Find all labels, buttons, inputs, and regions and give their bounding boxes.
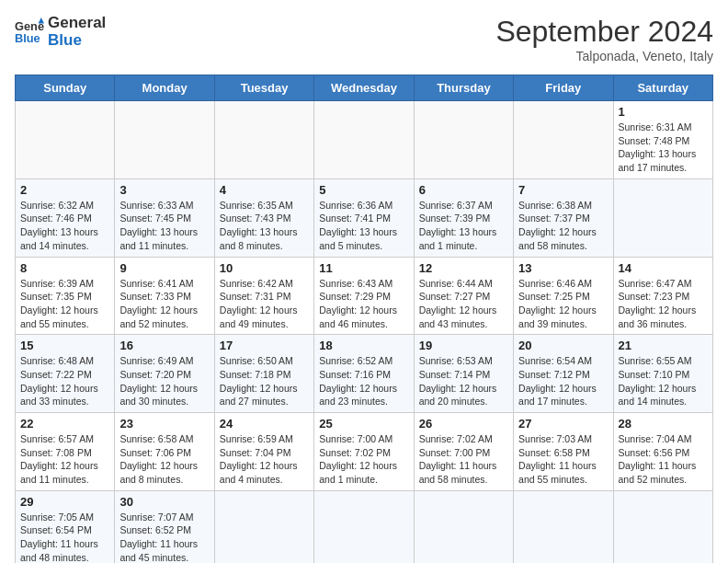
day-info: Sunrise: 6:55 AMSunset: 7:10 PMDaylight:… bbox=[619, 354, 708, 408]
day-number: 26 bbox=[419, 417, 508, 431]
day-number: 16 bbox=[119, 339, 209, 352]
day-number: 22 bbox=[20, 417, 109, 431]
day-info: Sunrise: 6:54 AMSunset: 7:12 PMDaylight:… bbox=[518, 354, 608, 408]
day-number: 17 bbox=[220, 339, 309, 352]
day-number: 28 bbox=[619, 417, 708, 431]
day-number: 21 bbox=[619, 339, 708, 352]
calendar-cell: 20Sunrise: 6:54 AMSunset: 7:12 PMDayligh… bbox=[514, 335, 613, 413]
col-tuesday: Tuesday bbox=[214, 75, 313, 101]
calendar-cell: 5Sunrise: 6:36 AMSunset: 7:41 PMDaylight… bbox=[314, 178, 414, 257]
day-info: Sunrise: 6:50 AMSunset: 7:18 PMDaylight:… bbox=[220, 354, 309, 408]
calendar-cell: 23Sunrise: 6:58 AMSunset: 7:06 PMDayligh… bbox=[115, 413, 214, 491]
day-info: Sunrise: 7:02 AMSunset: 7:00 PMDaylight:… bbox=[419, 432, 508, 487]
calendar-cell: 1Sunrise: 6:31 AMSunset: 7:48 PMDaylight… bbox=[613, 101, 712, 179]
day-number: 1 bbox=[619, 105, 708, 119]
calendar-cell: 28Sunrise: 7:04 AMSunset: 6:56 PMDayligh… bbox=[613, 413, 712, 491]
calendar-cell: 30Sunrise: 7:07 AMSunset: 6:52 PMDayligh… bbox=[115, 490, 214, 563]
logo-line1: General bbox=[48, 15, 106, 32]
day-number: 13 bbox=[518, 261, 608, 275]
calendar-cell bbox=[613, 178, 712, 257]
day-info: Sunrise: 6:49 AMSunset: 7:20 PMDaylight:… bbox=[119, 354, 209, 408]
day-info: Sunrise: 6:38 AMSunset: 7:37 PMDaylight:… bbox=[518, 199, 608, 253]
day-number: 3 bbox=[119, 183, 209, 197]
calendar-cell: 15Sunrise: 6:48 AMSunset: 7:22 PMDayligh… bbox=[16, 335, 115, 413]
calendar-cell: 6Sunrise: 6:37 AMSunset: 7:39 PMDaylight… bbox=[414, 178, 513, 257]
day-info: Sunrise: 6:44 AMSunset: 7:27 PMDaylight:… bbox=[419, 277, 508, 331]
day-number: 24 bbox=[220, 417, 309, 431]
calendar-cell bbox=[314, 490, 414, 563]
day-number: 6 bbox=[419, 183, 508, 197]
day-info: Sunrise: 6:53 AMSunset: 7:14 PMDaylight:… bbox=[419, 354, 508, 408]
calendar-cell: 24Sunrise: 6:59 AMSunset: 7:04 PMDayligh… bbox=[214, 413, 313, 491]
day-info: Sunrise: 6:48 AMSunset: 7:22 PMDaylight:… bbox=[20, 354, 109, 408]
svg-text:Blue: Blue bbox=[15, 31, 40, 45]
day-number: 4 bbox=[220, 183, 309, 197]
calendar-cell: 29Sunrise: 7:05 AMSunset: 6:54 PMDayligh… bbox=[16, 490, 115, 563]
day-info: Sunrise: 6:58 AMSunset: 7:06 PMDaylight:… bbox=[119, 432, 209, 487]
calendar-cell: 16Sunrise: 6:49 AMSunset: 7:20 PMDayligh… bbox=[115, 335, 214, 413]
calendar-cell: 18Sunrise: 6:52 AMSunset: 7:16 PMDayligh… bbox=[314, 335, 414, 413]
day-number: 9 bbox=[119, 261, 209, 275]
day-number: 18 bbox=[319, 339, 408, 352]
calendar-cell: 19Sunrise: 6:53 AMSunset: 7:14 PMDayligh… bbox=[414, 335, 513, 413]
calendar-cell bbox=[314, 101, 414, 179]
calendar-cell: 12Sunrise: 6:44 AMSunset: 7:27 PMDayligh… bbox=[414, 257, 513, 335]
title-block: September 2024 Talponada, Veneto, Italy bbox=[495, 15, 713, 63]
day-number: 14 bbox=[619, 261, 708, 275]
calendar-cell: 26Sunrise: 7:02 AMSunset: 7:00 PMDayligh… bbox=[414, 413, 513, 491]
day-info: Sunrise: 7:03 AMSunset: 6:58 PMDaylight:… bbox=[518, 432, 608, 487]
calendar-cell bbox=[214, 490, 313, 563]
calendar-cell: 22Sunrise: 6:57 AMSunset: 7:08 PMDayligh… bbox=[16, 413, 115, 491]
day-info: Sunrise: 6:43 AMSunset: 7:29 PMDaylight:… bbox=[319, 277, 408, 331]
day-number: 25 bbox=[319, 417, 408, 431]
day-number: 20 bbox=[518, 339, 608, 352]
calendar-cell: 3Sunrise: 6:33 AMSunset: 7:45 PMDaylight… bbox=[115, 178, 214, 257]
day-info: Sunrise: 6:59 AMSunset: 7:04 PMDaylight:… bbox=[220, 432, 309, 487]
calendar-cell bbox=[214, 101, 313, 179]
calendar-cell bbox=[414, 490, 513, 563]
calendar-cell: 8Sunrise: 6:39 AMSunset: 7:35 PMDaylight… bbox=[16, 257, 115, 335]
day-number: 15 bbox=[20, 339, 109, 352]
day-number: 30 bbox=[119, 495, 209, 509]
day-info: Sunrise: 6:41 AMSunset: 7:33 PMDaylight:… bbox=[119, 277, 209, 331]
logo-icon: General Blue bbox=[15, 17, 44, 47]
day-number: 19 bbox=[419, 339, 508, 352]
day-info: Sunrise: 6:31 AMSunset: 7:48 PMDaylight:… bbox=[619, 121, 708, 175]
col-wednesday: Wednesday bbox=[314, 75, 414, 101]
calendar-cell bbox=[613, 490, 712, 563]
calendar-table: Sunday Monday Tuesday Wednesday Thursday… bbox=[15, 75, 713, 563]
location-subtitle: Talponada, Veneto, Italy bbox=[495, 49, 713, 63]
calendar-cell: 13Sunrise: 6:46 AMSunset: 7:25 PMDayligh… bbox=[514, 257, 613, 335]
month-title: September 2024 bbox=[495, 15, 713, 49]
day-number: 2 bbox=[20, 183, 109, 197]
day-number: 11 bbox=[319, 261, 408, 275]
calendar-cell: 14Sunrise: 6:47 AMSunset: 7:23 PMDayligh… bbox=[613, 257, 712, 335]
col-saturday: Saturday bbox=[613, 75, 712, 101]
day-info: Sunrise: 7:04 AMSunset: 6:56 PMDaylight:… bbox=[619, 432, 708, 487]
calendar-cell: 11Sunrise: 6:43 AMSunset: 7:29 PMDayligh… bbox=[314, 257, 414, 335]
calendar-cell: 10Sunrise: 6:42 AMSunset: 7:31 PMDayligh… bbox=[214, 257, 313, 335]
col-monday: Monday bbox=[115, 75, 214, 101]
calendar-cell: 2Sunrise: 6:32 AMSunset: 7:46 PMDaylight… bbox=[16, 178, 115, 257]
col-sunday: Sunday bbox=[16, 75, 115, 101]
day-info: Sunrise: 7:05 AMSunset: 6:54 PMDaylight:… bbox=[20, 511, 109, 563]
calendar-cell: 4Sunrise: 6:35 AMSunset: 7:43 PMDaylight… bbox=[214, 178, 313, 257]
header-row: Sunday Monday Tuesday Wednesday Thursday… bbox=[16, 75, 713, 101]
calendar-cell: 7Sunrise: 6:38 AMSunset: 7:37 PMDaylight… bbox=[514, 178, 613, 257]
day-number: 29 bbox=[20, 495, 109, 509]
calendar-cell bbox=[414, 101, 513, 179]
col-thursday: Thursday bbox=[414, 75, 513, 101]
col-friday: Friday bbox=[514, 75, 613, 101]
day-number: 23 bbox=[119, 417, 209, 431]
calendar-cell bbox=[514, 490, 613, 563]
calendar-cell: 25Sunrise: 7:00 AMSunset: 7:02 PMDayligh… bbox=[314, 413, 414, 491]
day-info: Sunrise: 7:00 AMSunset: 7:02 PMDaylight:… bbox=[319, 432, 408, 487]
day-info: Sunrise: 6:39 AMSunset: 7:35 PMDaylight:… bbox=[20, 277, 109, 331]
day-info: Sunrise: 6:35 AMSunset: 7:43 PMDaylight:… bbox=[220, 199, 309, 253]
day-number: 8 bbox=[20, 261, 109, 275]
page-header: General Blue General Blue September 2024… bbox=[15, 15, 713, 63]
calendar-cell: 27Sunrise: 7:03 AMSunset: 6:58 PMDayligh… bbox=[514, 413, 613, 491]
calendar-cell bbox=[16, 101, 115, 179]
logo: General Blue General Blue bbox=[15, 15, 106, 49]
day-info: Sunrise: 6:57 AMSunset: 7:08 PMDaylight:… bbox=[20, 432, 109, 487]
